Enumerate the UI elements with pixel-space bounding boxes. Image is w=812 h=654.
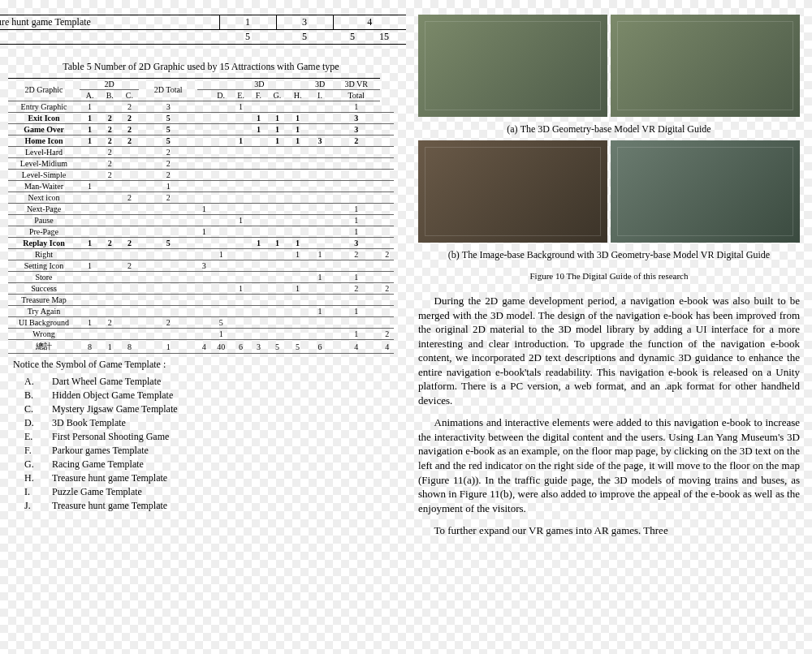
legend-key: F. <box>24 445 52 457</box>
cell <box>197 113 211 124</box>
cell: 3 <box>197 260 211 272</box>
figure-b-caption: (b) The Image-base Background with 3D Ge… <box>418 249 800 261</box>
cell <box>380 113 394 124</box>
cell <box>308 317 332 329</box>
cell <box>80 272 100 283</box>
table5: 2D Graphic 2D 2D Total 3D 3D 3D VR A.B.C… <box>8 78 394 354</box>
cell <box>210 124 231 136</box>
cell <box>380 170 394 181</box>
cell <box>250 306 267 317</box>
paragraph-2: Animations and interactive elements were… <box>418 415 800 515</box>
total-cell: 8 <box>80 340 100 354</box>
total-cell: 40 <box>210 340 231 354</box>
row-name: Store <box>8 272 80 283</box>
cell: 1 <box>80 238 100 249</box>
cell <box>119 329 139 340</box>
cell: 5 <box>139 238 197 249</box>
cell <box>332 260 380 272</box>
cell <box>197 249 211 260</box>
table5-title: Table 5 Number of 2D Graphic used by 15 … <box>8 61 394 73</box>
cell <box>308 101 332 113</box>
frag-row2-label: al <box>0 30 219 45</box>
cell: 2 <box>100 238 119 249</box>
cell <box>250 272 267 283</box>
cell: 1 <box>332 272 380 283</box>
cell <box>250 226 267 238</box>
cell <box>231 249 250 260</box>
col-header: D. <box>210 90 231 101</box>
cell <box>119 295 139 306</box>
cell: 1 <box>231 136 250 147</box>
cell <box>250 158 267 170</box>
total-cell: 8 <box>119 340 139 354</box>
cell <box>332 192 380 204</box>
cell <box>250 329 267 340</box>
cell <box>308 170 332 181</box>
cell: 1 <box>287 124 308 136</box>
cell <box>119 306 139 317</box>
cell <box>250 260 267 272</box>
cell <box>267 260 287 272</box>
legend-key: E. <box>24 431 52 443</box>
col-header: F. <box>250 90 267 101</box>
cell <box>231 158 250 170</box>
cell <box>267 295 287 306</box>
hdr-2d: 2D <box>80 79 139 90</box>
total-cell: 5 <box>267 340 287 354</box>
legend-value: Dart Wheel Game Template <box>52 376 161 388</box>
legend-item: E.First Personal Shooting Game <box>24 431 394 443</box>
legend-key: D. <box>24 417 52 429</box>
cell <box>139 272 197 283</box>
cell <box>380 136 394 147</box>
hdr-3d-a: 3D <box>210 79 308 90</box>
cell <box>80 306 100 317</box>
right-column: (a) The 3D Geometry-base Model VR Digita… <box>418 0 800 546</box>
cell <box>197 317 211 329</box>
legend-key: J. <box>24 500 52 512</box>
cell: 3 <box>332 238 380 249</box>
row-name: Next-Page <box>8 204 80 215</box>
cell <box>119 226 139 238</box>
cell <box>100 329 119 340</box>
cell <box>380 124 394 136</box>
cell: 2 <box>119 113 139 124</box>
legend-value: Parkour games Template <box>52 445 149 457</box>
cell <box>231 170 250 181</box>
cell: 2 <box>380 329 394 340</box>
legend-item: H.Treasure hunt game Template <box>24 472 394 484</box>
row-name: Entry Graphic <box>8 101 80 113</box>
cell <box>197 272 211 283</box>
cell <box>119 317 139 329</box>
row-name: Next icon <box>8 192 80 204</box>
cell <box>380 272 394 283</box>
cell: 1 <box>210 329 231 340</box>
row-name: Setting Icon <box>8 260 80 272</box>
cell <box>287 260 308 272</box>
cell <box>287 272 308 283</box>
legend-value: Racing Game Template <box>52 458 144 471</box>
cell: 2 <box>119 192 139 204</box>
frag-r1-c1: 1 <box>219 15 276 30</box>
legend-value: Hidden Object Game Template <box>52 389 173 402</box>
frag-r1-c2: 3 <box>276 15 333 30</box>
figure-b-left-image <box>418 140 607 243</box>
cell <box>100 192 119 204</box>
cell <box>210 226 231 238</box>
cell <box>231 329 250 340</box>
cell <box>197 147 211 158</box>
cell <box>119 147 139 158</box>
cell <box>210 260 231 272</box>
cell <box>80 204 100 215</box>
col-header: A. <box>80 90 100 101</box>
cell <box>308 283 332 295</box>
cell <box>380 147 394 158</box>
cell <box>100 249 119 260</box>
cell <box>210 181 231 192</box>
cell: 1 <box>231 215 250 226</box>
cell: 1 <box>210 249 231 260</box>
cell: 2 <box>100 170 119 181</box>
figure-a-left-image <box>418 15 607 117</box>
cell: 2 <box>100 124 119 136</box>
row-name: Exit Icon <box>8 113 80 124</box>
figure-a-right-image <box>611 15 800 117</box>
